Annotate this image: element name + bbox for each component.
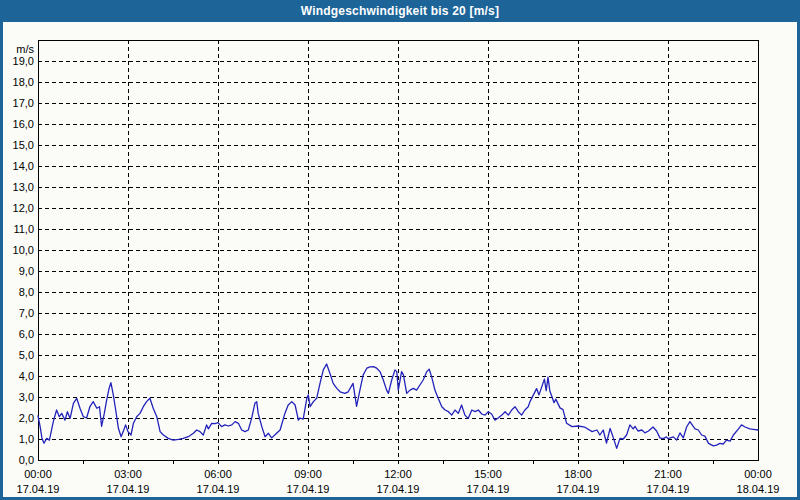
y-tick-label: 9,0 — [19, 265, 34, 277]
y-tick-label: 18,0 — [13, 76, 34, 88]
x-tick-date-label: 17.04.19 — [557, 483, 600, 495]
x-tick-date-label: 17.04.19 — [17, 483, 60, 495]
window-title: Windgeschwindigkeit bis 20 [m/s] — [301, 4, 499, 18]
x-tick-time-label: 03:00 — [114, 468, 142, 480]
window-titlebar: Windgeschwindigkeit bis 20 [m/s] — [3, 0, 797, 22]
y-axis-unit-label: m/s — [16, 43, 34, 55]
x-tick-date-label: 18.04.19 — [737, 483, 780, 495]
y-tick-label: 1,0 — [19, 433, 34, 445]
x-tick-date-label: 17.04.19 — [107, 483, 150, 495]
x-tick-date-label: 17.04.19 — [197, 483, 240, 495]
y-tick-label: 0,0 — [19, 454, 34, 466]
y-tick-label: 16,0 — [13, 118, 34, 130]
y-tick-label: 13,0 — [13, 181, 34, 193]
x-tick-time-label: 00:00 — [744, 468, 772, 480]
chart-window: Windgeschwindigkeit bis 20 [m/s] 0,01,02… — [0, 0, 800, 500]
y-tick-label: 17,0 — [13, 97, 34, 109]
y-tick-label: 10,0 — [13, 244, 34, 256]
y-tick-label: 19,0 — [13, 55, 34, 67]
wind-speed-chart: 0,01,02,03,04,05,06,07,08,09,010,011,012… — [0, 22, 800, 500]
y-tick-label: 3,0 — [19, 391, 34, 403]
y-tick-label: 5,0 — [19, 349, 34, 361]
x-tick-date-label: 17.04.19 — [647, 483, 690, 495]
x-tick-time-label: 00:00 — [24, 468, 52, 480]
x-tick-date-label: 17.04.19 — [377, 483, 420, 495]
x-tick-time-label: 15:00 — [474, 468, 502, 480]
y-tick-label: 15,0 — [13, 139, 34, 151]
y-tick-label: 2,0 — [19, 412, 34, 424]
y-tick-label: 6,0 — [19, 328, 34, 340]
y-tick-label: 7,0 — [19, 307, 34, 319]
y-tick-label: 12,0 — [13, 202, 34, 214]
x-tick-time-label: 06:00 — [204, 468, 232, 480]
y-tick-label: 8,0 — [19, 286, 34, 298]
x-tick-time-label: 18:00 — [564, 468, 592, 480]
y-tick-label: 4,0 — [19, 370, 34, 382]
x-tick-date-label: 17.04.19 — [287, 483, 330, 495]
x-tick-time-label: 12:00 — [384, 468, 412, 480]
x-tick-time-label: 21:00 — [654, 468, 682, 480]
x-tick-time-label: 09:00 — [294, 468, 322, 480]
y-tick-label: 14,0 — [13, 160, 34, 172]
y-tick-label: 11,0 — [13, 223, 34, 235]
x-tick-date-label: 17.04.19 — [467, 483, 510, 495]
